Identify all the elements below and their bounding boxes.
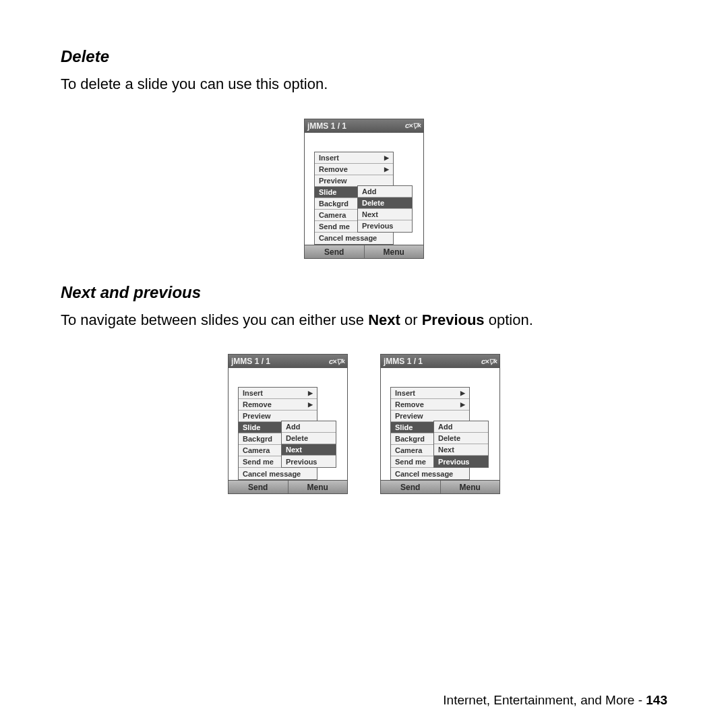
menu-item-label: Camera	[395, 446, 422, 454]
menu-item-label: Slide	[395, 423, 413, 431]
menu-item-label: Backgrd	[243, 435, 272, 443]
menu-item-label: Cancel message	[319, 234, 377, 242]
app-title: jMMS 1 / 1	[384, 357, 423, 366]
phone-screenshot: jMMS 1 / 1c×▽×Insert▶Remove▶PreviewSlide…	[228, 354, 348, 494]
phone-titlebar: jMMS 1 / 1c×▽×	[381, 355, 499, 368]
menu-item[interactable]: Insert▶	[239, 388, 317, 399]
menu-item-label: Insert	[395, 389, 415, 397]
menu-item[interactable]: Remove▶	[239, 399, 317, 411]
app-title: jMMS 1 / 1	[307, 121, 346, 131]
submenu-arrow-icon: ▶	[384, 166, 389, 173]
menu-item-label: Backgrd	[319, 200, 348, 208]
text: To navigate between slides you can eithe…	[61, 311, 368, 328]
submenu-item[interactable]: Next	[434, 444, 488, 456]
phone-row-1: jMMS 1 / 1c×▽×Insert▶Remove▶PreviewSlide…	[61, 119, 667, 259]
menu-item-label: Remove	[319, 165, 348, 173]
phone-screenshot: jMMS 1 / 1c×▽×Insert▶Remove▶PreviewSlide…	[304, 119, 424, 259]
menu-item-label: Insert	[319, 154, 339, 162]
softkey-left[interactable]: Send	[229, 481, 289, 493]
menu-item-label: Insert	[243, 389, 263, 397]
page-footer: Internet, Entertainment, and More - 143	[443, 693, 667, 708]
phone-body: Insert▶Remove▶PreviewSlideBackgrdCameraS…	[381, 368, 499, 493]
sub-menu: AddDeleteNextPrevious	[281, 421, 336, 468]
menu-item-label: Preview	[243, 412, 271, 420]
softkey-bar: SendMenu	[229, 480, 347, 493]
menu-item-label: Send me	[395, 458, 426, 466]
menu-item[interactable]: Insert▶	[391, 388, 469, 399]
softkey-right[interactable]: Menu	[289, 481, 348, 493]
menu-item-label: Slide	[243, 423, 260, 431]
sub-menu: AddDeleteNextPrevious	[433, 421, 489, 468]
submenu-arrow-icon: ▶	[460, 390, 465, 396]
menu-item-label: Slide	[319, 188, 336, 196]
text: or	[400, 311, 422, 328]
submenu-arrow-icon: ▶	[460, 401, 465, 408]
submenu-item[interactable]: Delete	[282, 433, 336, 444]
submenu-arrow-icon: ▶	[308, 401, 313, 408]
submenu-item[interactable]: Previous	[358, 220, 412, 232]
text-bold: Previous	[422, 311, 485, 328]
menu-item-label: Remove	[243, 400, 272, 408]
menu-item-label: Preview	[319, 177, 347, 185]
sub-menu: AddDeleteNextPrevious	[357, 185, 413, 233]
phone-row-2: jMMS 1 / 1c×▽×Insert▶Remove▶PreviewSlide…	[61, 354, 667, 494]
submenu-item[interactable]: Add	[282, 421, 336, 433]
page-number: 143	[646, 693, 667, 707]
softkey-bar: SendMenu	[381, 480, 499, 493]
submenu-item[interactable]: Add	[434, 421, 488, 433]
menu-item[interactable]: Cancel message	[239, 468, 317, 479]
phone-body: Insert▶Remove▶PreviewSlideBackgrdCameraS…	[305, 133, 423, 258]
heading-delete: Delete	[61, 47, 667, 66]
status-icons: c×▽×	[481, 357, 497, 366]
submenu-item[interactable]: Add	[358, 186, 412, 198]
footer-text: Internet, Entertainment, and More -	[443, 693, 646, 707]
phone-screenshot: jMMS 1 / 1c×▽×Insert▶Remove▶PreviewSlide…	[380, 354, 500, 494]
text: option.	[485, 311, 533, 328]
menu-item-label: Remove	[395, 400, 424, 408]
submenu-item[interactable]: Next	[358, 209, 412, 220]
menu-item-label: Cancel message	[243, 470, 301, 478]
softkey-left[interactable]: Send	[381, 481, 441, 493]
menu-item-label: Camera	[319, 211, 346, 219]
menu-item[interactable]: Insert▶	[315, 152, 393, 164]
submenu-item[interactable]: Previous	[434, 456, 488, 467]
body-delete: To delete a slide you can use this optio…	[61, 74, 667, 94]
submenu-arrow-icon: ▶	[308, 390, 313, 396]
body-nextprev: To navigate between slides you can eithe…	[61, 310, 667, 330]
phone-titlebar: jMMS 1 / 1c×▽×	[305, 119, 423, 133]
status-icons: c×▽×	[329, 357, 344, 366]
softkey-right[interactable]: Menu	[365, 245, 424, 258]
app-title: jMMS 1 / 1	[231, 357, 270, 366]
menu-item-label: Send me	[243, 458, 274, 466]
softkey-right[interactable]: Menu	[441, 481, 500, 493]
submenu-item[interactable]: Next	[282, 444, 336, 456]
status-icons: c×▽×	[405, 121, 421, 130]
submenu-item[interactable]: Delete	[358, 198, 412, 209]
text-bold: Next	[368, 311, 400, 328]
menu-item[interactable]: Remove▶	[391, 399, 469, 411]
submenu-item[interactable]: Previous	[282, 456, 336, 467]
menu-item[interactable]: Cancel message	[315, 233, 393, 244]
softkey-bar: SendMenu	[305, 245, 423, 258]
menu-item-label: Send me	[319, 222, 350, 231]
menu-item-label: Camera	[243, 446, 270, 454]
submenu-item[interactable]: Delete	[434, 433, 488, 444]
submenu-arrow-icon: ▶	[384, 154, 389, 161]
phone-body: Insert▶Remove▶PreviewSlideBackgrdCameraS…	[229, 368, 347, 493]
menu-item-label: Backgrd	[395, 435, 425, 443]
menu-item[interactable]: Remove▶	[315, 164, 393, 175]
menu-item[interactable]: Cancel message	[391, 468, 469, 479]
softkey-left[interactable]: Send	[305, 245, 365, 258]
phone-titlebar: jMMS 1 / 1c×▽×	[229, 355, 347, 368]
menu-item-label: Preview	[395, 412, 423, 420]
menu-item-label: Cancel message	[395, 470, 453, 478]
heading-nextprev: Next and previous	[61, 283, 667, 302]
